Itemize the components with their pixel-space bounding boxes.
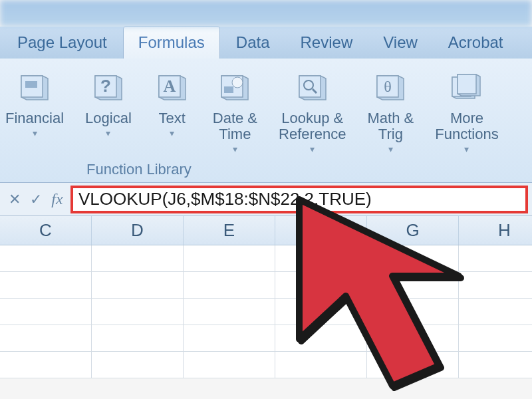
text-icon: A (154, 69, 191, 106)
math-trig-button[interactable]: θ Math & Trig ▾ (357, 66, 425, 157)
function-library-group: Financial ▾ ? Logical ▾ A Text ▾ Date & … (0, 66, 532, 157)
svg-point-3 (232, 77, 243, 88)
group-label-bar: Function Library (0, 157, 532, 180)
more-functions-button[interactable]: More Functions ▾ (424, 66, 509, 157)
grid-cell[interactable] (275, 352, 367, 378)
date-time-icon (216, 69, 253, 106)
grid-row (0, 352, 532, 378)
grid-cell[interactable] (275, 245, 367, 271)
grid-cell[interactable] (275, 272, 367, 298)
column-header-c[interactable]: C (0, 216, 92, 245)
tab-page-layout[interactable]: Page Layout (3, 27, 122, 59)
grid-cell[interactable] (184, 299, 275, 325)
financial-label: Financial (5, 110, 64, 126)
tab-data[interactable]: Data (221, 27, 285, 59)
grid-cell[interactable] (367, 325, 459, 351)
formula-input[interactable] (70, 186, 528, 213)
grid-cell[interactable] (92, 325, 184, 351)
grid-cell[interactable] (92, 352, 184, 378)
lookup-reference-button[interactable]: Lookup & Reference ▾ (268, 66, 357, 157)
grid-cell[interactable] (184, 352, 275, 378)
lookup-label: Lookup & Reference (279, 110, 346, 142)
svg-text:A: A (163, 76, 176, 96)
tab-acrobat[interactable]: Acrobat (434, 27, 518, 59)
tab-formulas[interactable]: Formulas (123, 26, 220, 59)
svg-text:θ: θ (384, 78, 392, 95)
tab-review[interactable]: Review (286, 27, 368, 59)
math-trig-label: Math & Trig (368, 110, 414, 142)
svg-text:?: ? (100, 76, 111, 96)
function-library-label: Function Library (86, 161, 192, 178)
column-header-e[interactable]: E (184, 216, 275, 245)
chevron-down-icon: ▾ (106, 128, 110, 138)
grid-cell[interactable] (0, 352, 92, 378)
ribbon-panel: Financial ▾ ? Logical ▾ A Text ▾ Date & … (0, 59, 532, 183)
grid-cell[interactable] (367, 245, 459, 271)
grid-cell[interactable] (459, 299, 532, 325)
cancel-button[interactable]: ✕ (4, 188, 25, 211)
logical-button[interactable]: ? Logical ▾ (74, 66, 142, 157)
grid-row (0, 299, 532, 325)
grid-cell[interactable] (459, 245, 532, 271)
financial-icon (16, 69, 53, 106)
grid-cell[interactable] (367, 299, 459, 325)
column-header-g[interactable]: G (367, 216, 459, 245)
title-bar-blurred (0, 0, 532, 27)
grid-cell[interactable] (184, 272, 275, 298)
insert-function-button[interactable]: fx (47, 188, 68, 211)
grid-cell[interactable] (459, 272, 532, 298)
grid-row (0, 245, 532, 272)
grid-cell[interactable] (0, 299, 92, 325)
grid-cell[interactable] (92, 245, 184, 271)
column-header-d[interactable]: D (92, 216, 184, 245)
grid-cell[interactable] (459, 352, 532, 378)
column-headers: C D E F G H (0, 216, 532, 245)
svg-rect-4 (224, 86, 233, 93)
chevron-down-icon: ▾ (310, 144, 315, 154)
chevron-down-icon: ▾ (233, 144, 237, 154)
text-button[interactable]: A Text ▾ (142, 66, 202, 157)
column-header-f[interactable]: F (275, 216, 367, 245)
grid-cell[interactable] (367, 352, 459, 378)
grid-cell[interactable] (367, 272, 459, 298)
more-functions-label: More Functions (435, 110, 498, 142)
formula-bar: ✕ ✓ fx (0, 183, 532, 216)
chevron-down-icon: ▾ (464, 144, 469, 154)
column-header-h[interactable]: H (459, 216, 532, 245)
chevron-down-icon: ▾ (388, 144, 393, 154)
enter-button[interactable]: ✓ (25, 188, 47, 211)
more-functions-icon (448, 69, 485, 106)
grid-cell[interactable] (275, 299, 367, 325)
math-trig-icon: θ (372, 69, 409, 106)
lookup-icon (294, 69, 331, 106)
grid-cell[interactable] (0, 272, 92, 298)
svg-rect-0 (25, 81, 37, 88)
chevron-down-icon: ▾ (170, 128, 174, 138)
spreadsheet-grid[interactable] (0, 245, 532, 378)
ribbon-tabs: Page Layout Formulas Data Review View Ac… (0, 27, 532, 59)
tab-view[interactable]: View (368, 27, 432, 59)
grid-cell[interactable] (184, 325, 275, 351)
date-time-label: Date & Time (213, 110, 257, 142)
logical-label: Logical (85, 110, 132, 126)
grid-cell[interactable] (0, 325, 92, 351)
date-time-button[interactable]: Date & Time ▾ (202, 66, 268, 157)
grid-row (0, 272, 532, 299)
grid-cell[interactable] (275, 325, 367, 351)
grid-cell[interactable] (0, 245, 92, 271)
grid-row (0, 325, 532, 352)
chevron-down-icon: ▾ (33, 128, 37, 138)
grid-cell[interactable] (184, 245, 275, 271)
grid-cell[interactable] (459, 325, 532, 351)
logical-icon: ? (90, 69, 127, 106)
financial-button[interactable]: Financial ▾ (5, 66, 74, 157)
text-label: Text (159, 110, 186, 126)
grid-cell[interactable] (92, 272, 184, 298)
grid-cell[interactable] (92, 299, 184, 325)
